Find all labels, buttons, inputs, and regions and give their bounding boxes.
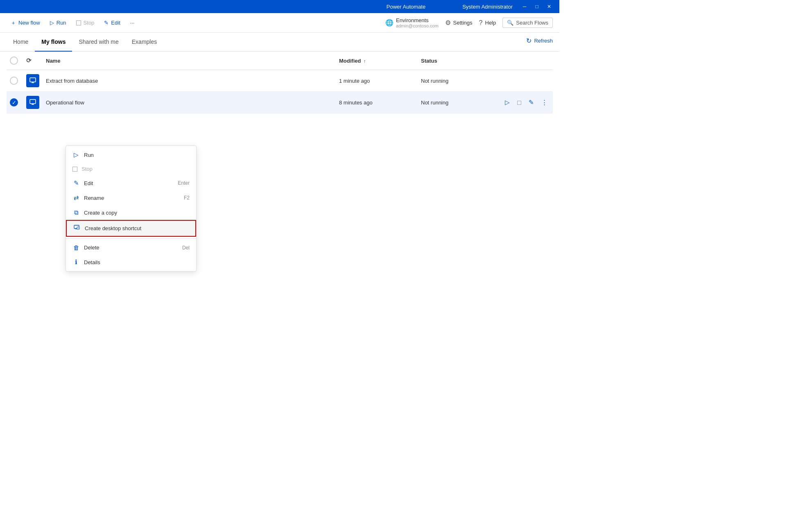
tab-shared-with-me[interactable]: Shared with me bbox=[72, 33, 125, 52]
maximize-button[interactable]: □ bbox=[532, 1, 542, 12]
row2-action-buttons: ▷ ✎ ⋮ bbox=[503, 97, 550, 107]
select-all-header[interactable] bbox=[7, 52, 23, 70]
row1-modified: 1 minute ago bbox=[336, 70, 418, 92]
flow-icon-header: ⟳ bbox=[23, 52, 43, 70]
row2-modified: 8 minutes ago bbox=[336, 92, 418, 113]
row2-run-button[interactable]: ▷ bbox=[503, 97, 512, 107]
tab-home[interactable]: Home bbox=[7, 33, 35, 52]
row2-name[interactable]: Operational flow bbox=[43, 92, 336, 113]
copy-icon: ⧉ bbox=[72, 209, 80, 216]
row2-more-button[interactable]: ⋮ bbox=[539, 97, 550, 107]
help-button[interactable]: ? Help bbox=[479, 19, 496, 27]
context-menu: ▷ Run Stop ✎ Edit Enter ⇄ Rename F2 ⧉ Cr… bbox=[66, 145, 197, 272]
row1-flow-icon bbox=[26, 74, 39, 87]
sort-arrow-icon: ↑ bbox=[364, 59, 366, 63]
row2-stop-button[interactable] bbox=[515, 98, 523, 107]
row2-status: Not running bbox=[418, 92, 500, 113]
row1-status: Not running bbox=[418, 70, 500, 92]
select-all-checkbox[interactable] bbox=[10, 57, 18, 65]
row1-checkbox[interactable] bbox=[10, 77, 18, 85]
row1-checkbox-cell[interactable] bbox=[7, 70, 23, 92]
context-menu-details[interactable]: ℹ Details bbox=[66, 255, 196, 269]
table-row[interactable]: Extract from database 1 minute ago Not r… bbox=[7, 70, 553, 92]
row2-flow-icon bbox=[26, 96, 39, 109]
run-button[interactable]: ▷ Run bbox=[46, 17, 70, 28]
edit-icon: ✎ bbox=[104, 20, 109, 26]
row2-checkbox[interactable]: ✓ bbox=[10, 98, 18, 106]
row2-actions: ▷ ✎ ⋮ bbox=[500, 92, 553, 113]
row2-edit-button[interactable]: ✎ bbox=[527, 97, 536, 107]
new-flow-button[interactable]: ＋ New flow bbox=[7, 17, 44, 29]
row1-actions bbox=[500, 70, 553, 92]
status-column-header: Status bbox=[418, 52, 500, 70]
title-bar: Power Automate System Administrator ─ □ … bbox=[0, 0, 559, 13]
main-content: ⟳ Name Modified ↑ Status bbox=[0, 52, 559, 113]
stop-button[interactable]: Stop bbox=[72, 17, 99, 28]
flows-table: ⟳ Name Modified ↑ Status bbox=[7, 52, 553, 113]
more-button[interactable]: ··· bbox=[126, 17, 139, 28]
edit-button[interactable]: ✎ Edit bbox=[100, 17, 124, 28]
row2-checkbox-cell[interactable]: ✓ bbox=[7, 92, 23, 113]
edit-icon: ✎ bbox=[72, 179, 80, 187]
table-row[interactable]: ✓ Operational flow 8 minutes ago Not run… bbox=[7, 92, 553, 113]
context-menu-copy[interactable]: ⧉ Create a copy bbox=[66, 205, 196, 220]
rename-icon: ⇄ bbox=[72, 194, 80, 202]
row1-name[interactable]: Extract from database bbox=[43, 70, 336, 92]
refresh-icon: ↻ bbox=[526, 37, 532, 45]
svg-rect-0 bbox=[30, 78, 36, 82]
system-admin-label: System Administrator bbox=[462, 4, 513, 10]
flow-type-icon: ⟳ bbox=[26, 57, 32, 64]
context-menu-edit[interactable]: ✎ Edit Enter bbox=[66, 176, 196, 190]
help-icon: ? bbox=[479, 19, 483, 27]
close-button[interactable]: ✕ bbox=[544, 1, 554, 12]
modified-column-header[interactable]: Modified ↑ bbox=[336, 52, 418, 70]
info-icon: ℹ bbox=[72, 258, 80, 266]
plus-icon: ＋ bbox=[11, 19, 16, 27]
globe-icon: 🌐 bbox=[385, 19, 394, 27]
row2-icon-cell bbox=[23, 92, 43, 113]
delete-icon: 🗑 bbox=[72, 244, 80, 251]
settings-button[interactable]: ⚙ Settings bbox=[445, 19, 473, 27]
tab-examples[interactable]: Examples bbox=[125, 33, 163, 52]
refresh-button[interactable]: ↻ Refresh bbox=[526, 37, 553, 45]
toolbar: ＋ New flow ▷ Run Stop ✎ Edit ··· 🌐 Envir… bbox=[0, 13, 559, 33]
tab-my-flows[interactable]: My flows bbox=[35, 33, 72, 52]
name-column-header[interactable]: Name bbox=[43, 52, 336, 70]
context-menu-stop[interactable]: Stop bbox=[66, 162, 196, 176]
nav-tabs: Home My flows Shared with me Examples ↻ … bbox=[0, 33, 559, 52]
context-menu-delete[interactable]: 🗑 Delete Del bbox=[66, 240, 196, 255]
context-menu-rename[interactable]: ⇄ Rename F2 bbox=[66, 190, 196, 205]
context-menu-run[interactable]: ▷ Run bbox=[66, 147, 196, 162]
run-icon: ▷ bbox=[50, 20, 54, 26]
search-flows-box[interactable]: 🔍 Search Flows bbox=[502, 18, 553, 28]
stop-icon bbox=[72, 167, 77, 172]
gear-icon: ⚙ bbox=[445, 19, 451, 27]
title-bar-title: Power Automate bbox=[387, 4, 425, 10]
actions-column-header bbox=[500, 52, 553, 70]
row1-icon-cell bbox=[23, 70, 43, 92]
minimize-button[interactable]: ─ bbox=[519, 1, 530, 12]
context-menu-shortcut[interactable]: Create desktop shortcut bbox=[66, 220, 196, 237]
context-menu-divider bbox=[66, 238, 196, 239]
environments-button[interactable]: 🌐 Environments admin@contoso.com bbox=[385, 17, 439, 28]
desktop-shortcut-icon bbox=[73, 224, 81, 232]
toolbar-right: 🌐 Environments admin@contoso.com ⚙ Setti… bbox=[385, 17, 553, 28]
search-icon: 🔍 bbox=[507, 20, 513, 26]
svg-rect-3 bbox=[30, 100, 36, 104]
run-icon: ▷ bbox=[72, 151, 80, 158]
stop-icon bbox=[76, 20, 81, 25]
